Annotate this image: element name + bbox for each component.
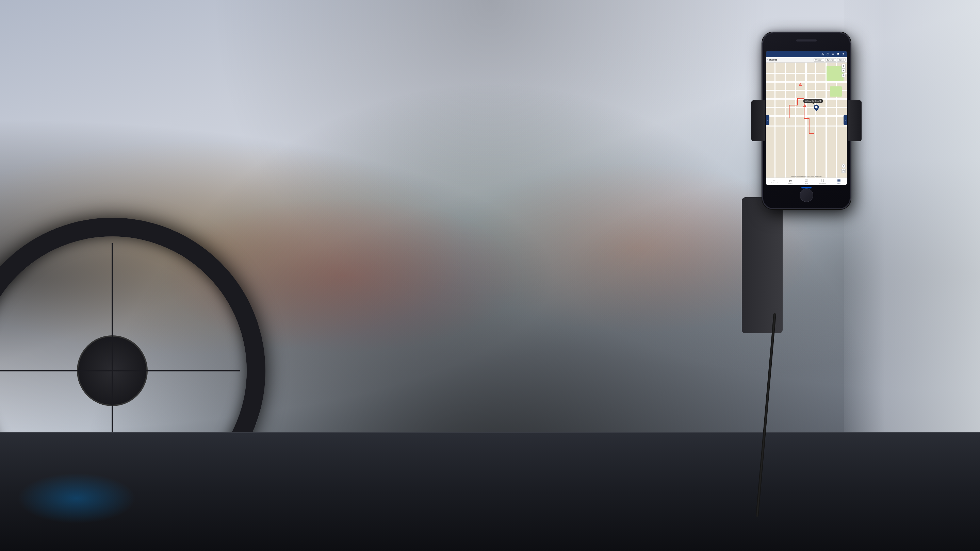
svg-point-15 (815, 106, 818, 108)
phone-mount-arm (742, 197, 783, 333)
svg-point-2 (823, 54, 824, 55)
map-layers-button[interactable] (842, 169, 846, 173)
options-arrow-icon: ▾ (821, 59, 822, 61)
nav-item-more[interactable]: More (830, 178, 847, 185)
instrument-cluster (17, 473, 136, 524)
svg-point-10 (843, 53, 843, 54)
options-label: Options (815, 59, 821, 61)
map-help-button[interactable]: ? (842, 164, 846, 168)
options-button[interactable]: Options ▾ (814, 58, 824, 62)
map-view[interactable]: ! ! (766, 63, 847, 178)
svg-text:!: ! (800, 84, 801, 86)
assets-icon (789, 179, 792, 182)
phone-speaker (796, 40, 817, 41)
svg-rect-19 (789, 179, 791, 180)
bell-icon[interactable] (837, 52, 840, 56)
more-arrow-icon: ▾ (843, 59, 844, 61)
phone-home-button[interactable] (800, 189, 813, 202)
svg-point-0 (822, 53, 823, 53)
map-label: Map (805, 183, 808, 184)
zoom-in-icon: + (843, 64, 844, 68)
user-icon[interactable] (842, 52, 845, 56)
map-attribution: Keyboard shortcut Map data ©2022 Google … (791, 176, 821, 177)
summary-button[interactable]: Summary (825, 58, 836, 62)
left-arrow-icon: › (767, 119, 768, 121)
summary-label: Summary (827, 59, 834, 61)
app-toolbar: ‹ 05/26/23 Options ▾ Summary More ▾ (766, 57, 847, 63)
zoom-out-icon: − (843, 69, 844, 72)
more-nav-label: More (837, 183, 840, 184)
right-arrow-icon: ‹ (845, 119, 846, 121)
bookmarks-label: Bookmarks (819, 183, 826, 184)
svg-text:!: ! (804, 105, 805, 107)
dashboard-icon: ⌂ (773, 179, 775, 182)
nav-item-assets[interactable]: Assets (782, 178, 799, 185)
mount-clamp-left (751, 100, 765, 141)
warning-marker-2[interactable]: ! (803, 103, 807, 108)
back-button[interactable]: ‹ (767, 59, 768, 61)
message-icon[interactable] (831, 52, 835, 56)
svg-marker-22 (805, 179, 808, 182)
map-icon (805, 179, 808, 182)
location-icon: ⊕ (843, 74, 845, 77)
right-panel-toggle-button[interactable]: ‹ (843, 115, 847, 125)
bottom-navigation: ⌂ Dashboard Assets (766, 178, 847, 185)
svg-point-21 (791, 181, 791, 182)
phone-screen: ? (766, 51, 847, 185)
more-button[interactable]: More ▾ (837, 58, 846, 62)
dashboard-label: Dashboard (771, 182, 778, 184)
phone-body: ? (762, 32, 851, 209)
mount-clamp-right (848, 100, 862, 141)
dashboard-panel (0, 432, 980, 551)
svg-point-20 (789, 181, 790, 182)
map-zoom-controls: + − (842, 64, 846, 73)
assets-label: Assets (788, 183, 792, 184)
bookmark-icon (821, 179, 824, 183)
more-nav-icon (837, 179, 840, 182)
left-panel-toggle-button[interactable]: › (766, 115, 769, 125)
nav-item-dashboard[interactable]: ⌂ Dashboard (766, 178, 782, 185)
nav-item-bookmarks[interactable]: Bookmarks (815, 178, 831, 185)
app-ui: ? (766, 51, 847, 185)
phone-led-indicator (801, 187, 811, 189)
help-circle-icon[interactable]: ? (826, 52, 830, 56)
zoom-out-button[interactable]: − (842, 68, 846, 73)
svg-text:?: ? (827, 53, 829, 55)
my-location-button[interactable]: ⊕ (842, 73, 846, 78)
date-display: 05/26/23 (769, 59, 777, 61)
vehicle-stop-pin[interactable] (814, 105, 819, 111)
back-arrow-icon: ‹ (767, 59, 768, 61)
svg-point-1 (821, 54, 822, 55)
nav-item-map[interactable]: Map (798, 178, 815, 185)
warning-marker-1[interactable]: ! (798, 82, 802, 86)
zoom-in-button[interactable]: + (842, 64, 846, 68)
app-header: ? (766, 51, 847, 57)
route-overlay (766, 63, 847, 178)
more-label: More (839, 59, 843, 61)
org-chart-icon[interactable] (821, 52, 824, 56)
smartphone: ? (762, 32, 851, 209)
